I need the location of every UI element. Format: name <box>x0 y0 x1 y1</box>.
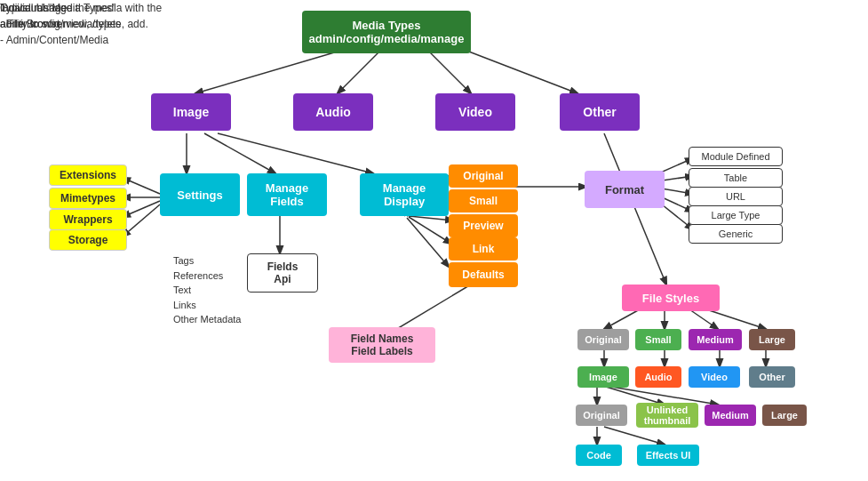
svg-line-35 <box>611 387 718 405</box>
format-node: Format <box>585 171 665 208</box>
fields-api-node: Fields Api <box>247 253 318 293</box>
generic-node: Generic <box>689 224 783 244</box>
manage-display-node: Manage Display <box>360 173 449 216</box>
fs-orig2-node: Original <box>576 405 627 426</box>
other-node: Other <box>560 93 640 131</box>
large-type-node: Large Type <box>689 205 783 225</box>
svg-line-34 <box>606 387 665 405</box>
defaults-node: Defaults <box>449 262 518 287</box>
media-types-node: Media Types admin/config/media/manage <box>302 11 471 53</box>
fs-large2-node: Large <box>762 405 807 426</box>
manage-fields-node: Manage Fields <box>247 173 327 216</box>
svg-line-2 <box>426 49 471 93</box>
extensions-node: Extensions <box>49 164 127 186</box>
svg-line-15 <box>409 217 451 244</box>
table-node: Table <box>689 168 783 188</box>
link-node: Link <box>449 237 518 261</box>
svg-line-0 <box>195 49 346 93</box>
fs-image-node: Image <box>577 366 629 388</box>
image-node: Image <box>151 93 231 131</box>
svg-line-28 <box>706 309 766 329</box>
audio-node: Audio <box>293 93 373 131</box>
goals-text: Goals: manage the media with the ability… <box>0 0 162 32</box>
svg-line-16 <box>407 218 449 267</box>
fs-audio-node: Audio <box>635 366 681 388</box>
fs-orig-node: Original <box>577 329 629 350</box>
preview-node: Preview <box>449 214 518 237</box>
small-node: Small <box>449 189 518 212</box>
fields-meta-text: Tags References Text Links Other Metadat… <box>173 253 241 327</box>
fs-effects-node: Effects UI <box>637 445 699 466</box>
svg-line-25 <box>604 309 640 329</box>
original-node: Original <box>449 164 518 188</box>
svg-line-14 <box>409 216 453 220</box>
mimetypes-node: Mimetypes <box>49 188 127 209</box>
svg-line-24 <box>604 133 666 285</box>
svg-line-3 <box>462 49 577 93</box>
fs-medium-node: Medium <box>689 329 742 350</box>
fs-unlinked-node: Unlinked thumbnail <box>636 403 698 428</box>
field-names-node: Field Names Field Labels <box>329 327 435 363</box>
fs-video-node: Video <box>689 366 740 388</box>
wrappers-node: Wrappers <box>49 209 127 230</box>
url-node: URL <box>689 187 783 206</box>
fs-code-node: Code <box>576 445 622 466</box>
svg-line-37 <box>604 427 665 445</box>
file-styles-node: File Styles <box>622 285 720 311</box>
fs-large-node: Large <box>749 329 795 350</box>
video-node: Video <box>435 93 515 131</box>
svg-line-7 <box>123 178 160 194</box>
fs-other-node: Other <box>749 366 795 388</box>
fs-small-node: Small <box>635 329 681 350</box>
settings-node: Settings <box>160 173 240 216</box>
svg-line-1 <box>338 49 382 93</box>
module-defined-node: Module Defined <box>689 147 783 166</box>
storage-node: Storage <box>49 229 127 251</box>
fs-medium2-node: Medium <box>705 405 756 426</box>
